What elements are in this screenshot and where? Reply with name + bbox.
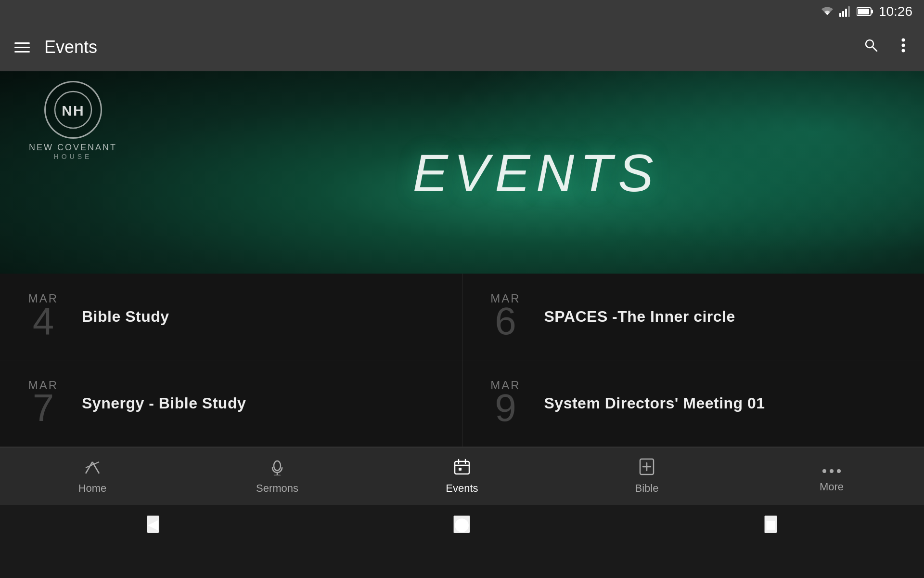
event-date-1: MAR 4 <box>24 293 63 341</box>
battery-icon <box>857 7 874 16</box>
event-date-3: MAR 7 <box>24 380 63 427</box>
event-date-4: MAR 9 <box>487 380 525 427</box>
nav-item-more[interactable]: More <box>793 460 870 493</box>
svg-rect-3 <box>848 6 850 17</box>
nav-item-home[interactable]: Home <box>54 458 131 495</box>
hero-banner: NH NEW COVENANT HOUSE EVENTS <box>0 71 924 274</box>
events-icon <box>453 458 471 478</box>
nav-label-more: More <box>820 481 844 493</box>
events-row-2: MAR 7 Synergy - Bible Study MAR 9 System… <box>0 360 924 447</box>
event-name-4: System Directors' Meeting 01 <box>544 394 765 412</box>
nav-label-bible: Bible <box>635 482 659 495</box>
svg-point-9 <box>902 39 905 42</box>
app-bar-actions <box>860 34 910 61</box>
event-item-spaces[interactable]: MAR 6 SPACES -The Inner circle <box>462 274 924 360</box>
svg-rect-20 <box>455 461 469 474</box>
svg-line-8 <box>873 47 877 51</box>
bottom-nav: Home Sermons Events <box>0 447 924 505</box>
svg-text:NH: NH <box>62 103 84 118</box>
event-name-3: Synergy - Bible Study <box>82 394 246 412</box>
search-button[interactable] <box>860 34 883 61</box>
events-container: MAR 4 Bible Study MAR 6 SPACES -The Inne… <box>0 274 924 447</box>
sermons-icon <box>269 458 286 478</box>
svg-point-17 <box>274 461 281 471</box>
status-bar: 10:26 <box>0 0 924 23</box>
recent-apps-button[interactable]: ◼ <box>764 515 777 533</box>
logo-line2: HOUSE <box>54 153 92 160</box>
app-bar: Events <box>0 23 924 71</box>
svg-point-29 <box>830 469 834 473</box>
nav-label-events: Events <box>446 482 478 495</box>
svg-rect-24 <box>459 468 462 471</box>
svg-rect-1 <box>842 11 844 17</box>
status-time: 10:26 <box>879 4 912 19</box>
logo-line1: NEW COVENANT <box>29 143 117 153</box>
more-icon <box>822 460 841 477</box>
svg-rect-0 <box>839 13 841 17</box>
nav-label-sermons: Sermons <box>256 482 298 495</box>
nav-item-events[interactable]: Events <box>424 458 500 495</box>
svg-rect-5 <box>871 10 873 13</box>
nav-item-bible[interactable]: Bible <box>608 458 685 495</box>
event-day-2: 6 <box>495 302 516 341</box>
event-item-directors[interactable]: MAR 9 System Directors' Meeting 01 <box>462 360 924 447</box>
event-day-1: 4 <box>33 302 54 341</box>
hero-title: EVENTS <box>413 142 659 203</box>
more-options-button[interactable] <box>897 34 910 61</box>
event-name-1: Bible Study <box>82 308 169 326</box>
home-icon <box>84 458 101 478</box>
event-item-bible-study[interactable]: MAR 4 Bible Study <box>0 274 462 360</box>
signal-icon <box>839 6 852 17</box>
event-item-synergy[interactable]: MAR 7 Synergy - Bible Study <box>0 360 462 447</box>
events-row-1: MAR 4 Bible Study MAR 6 SPACES -The Inne… <box>0 274 924 360</box>
page-title: Events <box>44 37 845 57</box>
svg-rect-6 <box>858 9 869 14</box>
svg-point-30 <box>837 469 841 473</box>
svg-point-28 <box>822 469 826 473</box>
hero-logo: NH NEW COVENANT HOUSE <box>29 81 117 160</box>
event-name-2: SPACES -The Inner circle <box>544 308 735 326</box>
svg-point-10 <box>902 44 905 47</box>
system-nav: ◀ ⬤ ◼ <box>0 505 924 543</box>
nav-label-home: Home <box>78 482 107 495</box>
logo-initials: NH <box>44 81 102 139</box>
back-button[interactable]: ◀ <box>147 515 159 533</box>
nav-item-sermons[interactable]: Sermons <box>239 458 316 495</box>
status-icons: 10:26 <box>820 4 912 19</box>
bible-icon <box>638 458 655 478</box>
event-date-2: MAR 6 <box>487 293 525 341</box>
svg-rect-2 <box>845 9 847 17</box>
event-day-4: 9 <box>495 389 516 427</box>
menu-icon[interactable] <box>14 39 30 55</box>
event-day-3: 7 <box>33 389 54 427</box>
wifi-icon <box>820 6 834 17</box>
home-button[interactable]: ⬤ <box>453 515 470 533</box>
svg-point-11 <box>902 49 905 53</box>
